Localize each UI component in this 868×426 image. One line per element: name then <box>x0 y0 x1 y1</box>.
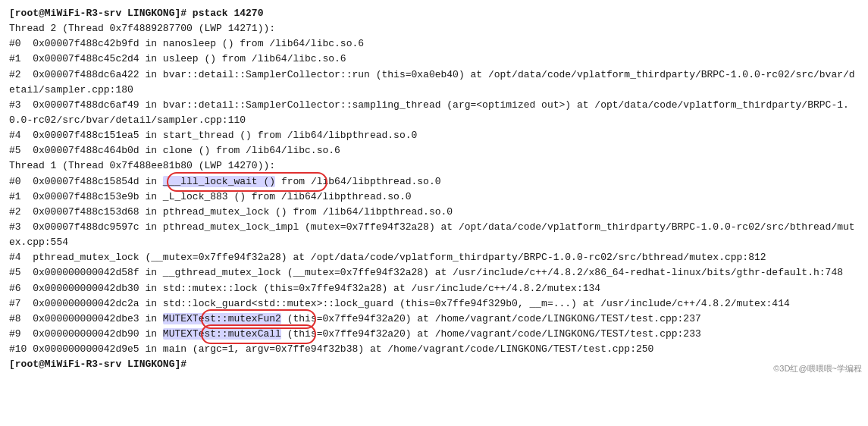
lock-wait-highlight: ___lll_lock_wait () <box>163 176 275 187</box>
terminal-line: #0 0x00007f488c42b9fd in nanosleep () fr… <box>9 36 859 52</box>
terminal-line: #3 0x00007f488dc6af49 in bvar::detail::S… <box>9 98 859 128</box>
watermark: ©3D红@喂喂喂~学编程 <box>773 362 862 375</box>
terminal-line: #5 0x000000000042d58f in __gthread_mutex… <box>9 265 859 280</box>
terminal-line: #10 0x000000000042d9e5 in main (argc=1, … <box>9 342 859 357</box>
terminal-line: #4 pthread_mutex_lock (__mutex=0x7ffe94f… <box>9 250 859 265</box>
terminal-line: #1 0x00007f488c45c2d4 in usleep () from … <box>9 52 859 67</box>
terminal-line: #2 0x00007f488dc6a422 in bvar::detail::S… <box>9 67 859 98</box>
terminal-line: [root@MiWiFi-R3-srv LINGKONG]# pstack 14… <box>9 6 859 21</box>
mutexcall-highlight: MUTEXTest::mutexCall <box>163 328 281 340</box>
terminal-window: [root@MiWiFi-R3-srv LINGKONG]# pstack 14… <box>0 0 868 378</box>
terminal-line: #1 0x00007f488c153e9b in _L_lock_883 () … <box>9 190 859 205</box>
terminal-line: #3 0x00007f488dc9597c in pthread_mutex_l… <box>9 220 859 250</box>
terminal-line: #4 0x00007f488c151ea5 in start_thread ()… <box>9 128 859 143</box>
terminal-line: #0 0x00007f488c15854d in ___lll_lock_wai… <box>9 174 859 190</box>
terminal-line: #2 0x00007f488c153d68 in pthread_mutex_l… <box>9 205 859 220</box>
terminal-line: Thread 1 (Thread 0x7f488ee81b80 (LWP 142… <box>9 158 859 174</box>
terminal-line: #5 0x00007f488c464b0d in clone () from /… <box>9 143 859 158</box>
terminal-line: #9 0x000000000042db90 in MUTEXTest::mute… <box>9 327 859 342</box>
terminal-line: #6 0x000000000042db30 in std::mutex::loc… <box>9 281 859 296</box>
mutexfun2-highlight: MUTEXTest::mutexFun2 <box>163 313 281 324</box>
terminal-line: #7 0x000000000042dc2a in std::lock_guard… <box>9 296 859 312</box>
terminal-line: #8 0x000000000042dbe3 in MUTEXTest::mute… <box>9 312 859 327</box>
terminal-line: Thread 2 (Thread 0x7f4889287700 (LWP 142… <box>9 21 859 36</box>
terminal-line: [root@MiWiFi-R3-srv LINGKONG]# <box>9 357 859 372</box>
